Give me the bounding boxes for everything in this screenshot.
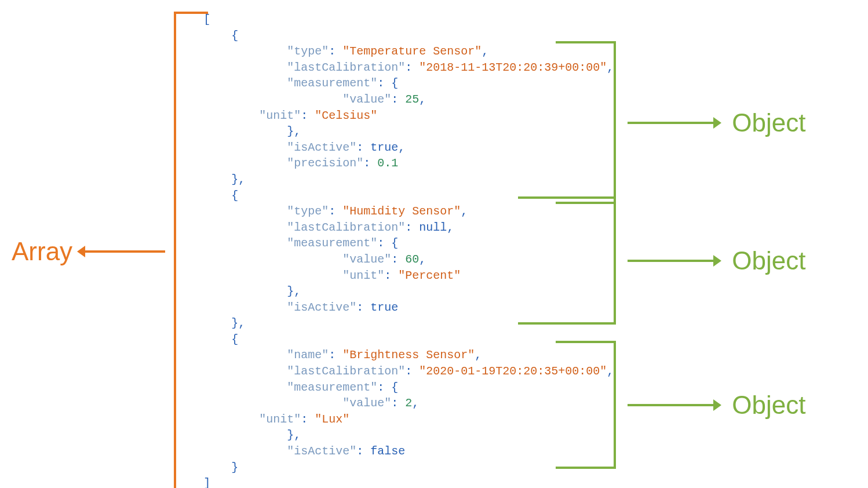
code-line: "name": "Brightness Sensor", xyxy=(203,347,614,363)
code-line: { xyxy=(203,28,614,44)
object-bracket-icon xyxy=(556,341,616,469)
code-line: "unit": "Lux" xyxy=(203,411,614,428)
diagram-container: Array [ { "type": "Temperature Sensor", … xyxy=(12,12,856,488)
object-bracket-icon xyxy=(556,41,616,204)
code-line: "lastCalibration": "2020-01-19T20:20:35+… xyxy=(203,363,614,380)
code-line: } xyxy=(203,460,614,476)
array-bracket-icon xyxy=(174,12,208,488)
code-line: { xyxy=(203,332,614,348)
code-line: "type": "Temperature Sensor", xyxy=(203,43,614,60)
code-line: "precision": 0.1 xyxy=(203,155,614,172)
object-arrow-icon xyxy=(628,122,714,124)
object-label: Object xyxy=(732,108,805,137)
object-label: Object xyxy=(732,246,805,275)
object-label: Object xyxy=(732,391,805,420)
code-line: }, xyxy=(203,172,614,188)
array-bracket-column xyxy=(174,12,200,488)
code-line: "lastCalibration": "2018-11-13T20:20:39+… xyxy=(203,60,614,76)
code-line: "value": 25, xyxy=(203,92,614,108)
code-line: }, xyxy=(203,123,614,140)
code-line: "measurement": { xyxy=(203,380,614,396)
code-line: }, xyxy=(203,427,614,443)
code-line: "measurement": { xyxy=(203,75,614,92)
code-line: "unit": "Celsius" xyxy=(203,108,614,124)
object-annotation-1: Object xyxy=(556,43,805,202)
code-line: "isActive": true, xyxy=(203,140,614,156)
object-annotations-column: ObjectObjectObject xyxy=(614,12,856,488)
code-line: "value": 2, xyxy=(203,395,614,411)
object-arrow-icon xyxy=(628,260,714,262)
code-line: "isActive": false xyxy=(203,443,614,460)
array-annotation: Array xyxy=(12,12,174,488)
object-bracket-icon xyxy=(518,196,616,325)
object-annotation-3: Object xyxy=(556,343,805,467)
code-line: [ xyxy=(203,12,614,28)
array-arrow-icon xyxy=(84,250,165,253)
code-line: ] xyxy=(203,475,614,488)
object-arrow-icon xyxy=(628,404,714,406)
array-label: Array xyxy=(12,237,72,266)
object-annotation-2: Object xyxy=(518,199,805,322)
